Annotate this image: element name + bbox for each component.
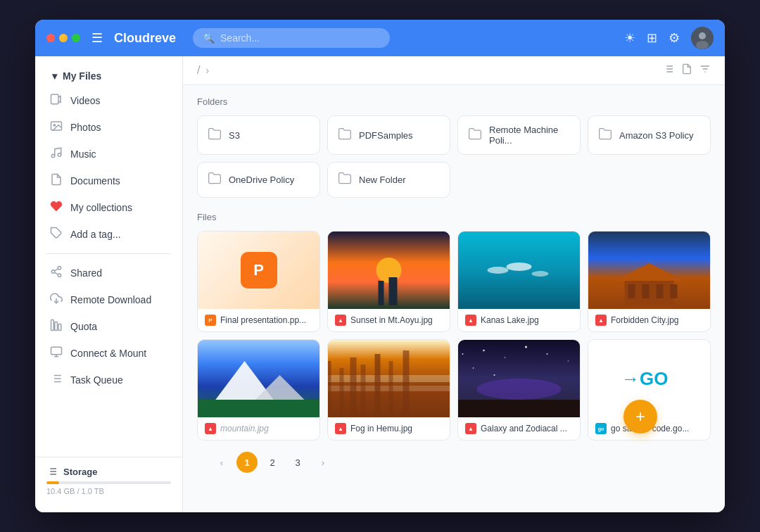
chevron-down-icon: ▾ [52, 70, 57, 82]
details-icon[interactable] [681, 63, 692, 77]
folder-name: S3 [229, 130, 240, 141]
sidebar-item-task-queue[interactable]: Task Queue [41, 367, 177, 393]
theme-icon[interactable]: ☀ [624, 30, 635, 46]
page-1-button[interactable]: 1 [236, 452, 258, 473]
app-window: ☰ Cloudreve 🔍 ☀ ⊞ ⚙ ▾ M [35, 20, 725, 512]
titlebar: ☰ Cloudreve 🔍 ☀ ⊞ ⚙ [35, 20, 725, 56]
svg-point-5 [53, 125, 55, 126]
folder-item[interactable]: OneDrive Policy [197, 162, 320, 198]
sidebar-label-documents: Documents [70, 175, 120, 186]
svg-line-13 [54, 269, 58, 271]
file-card-kanas[interactable]: ▲ Kanas Lake.jpg [457, 231, 581, 332]
folders-section-title: Folders [197, 96, 711, 107]
storage-bar [46, 481, 171, 484]
heart-icon [49, 200, 63, 215]
file-card-ppt[interactable]: P P Final presentation.pp... [197, 231, 320, 332]
svg-rect-57 [198, 400, 319, 417]
sidebar-storage: Storage 10.4 GB / 1.0 TB [35, 457, 182, 504]
sidebar-item-shared[interactable]: Shared [41, 260, 177, 286]
file-info: ▲ Sunset in Mt.Aoyu.jpg [328, 309, 450, 331]
svg-point-76 [473, 367, 474, 369]
sidebar-item-collections[interactable]: My collections [41, 194, 177, 221]
file-card-galaxy[interactable]: ▲ Galaxy and Zodiacal ... [457, 339, 581, 441]
file-badge-img: ▲ [465, 315, 476, 326]
my-files-header[interactable]: ▾ My Files [41, 65, 177, 87]
file-name: Galaxy and Zodiacal ... [481, 424, 567, 433]
file-card-fog[interactable]: ▲ Fog in Hemu.jpg [327, 339, 450, 441]
file-card-sunset[interactable]: ▲ Sunset in Mt.Aoyu.jpg [327, 231, 450, 332]
svg-point-45 [532, 271, 549, 277]
search-input[interactable] [220, 32, 380, 44]
files-section-title: Files [197, 212, 711, 222]
file-name: Sunset in Mt.Aoyu.jpg [350, 315, 433, 325]
list-view-icon[interactable] [663, 63, 674, 77]
sidebar-item-music[interactable]: Music [41, 141, 177, 167]
svg-point-9 [58, 267, 61, 270]
folder-item[interactable]: Amazon S3 Policy [588, 115, 711, 155]
svg-point-70 [483, 350, 484, 351]
monitor-icon [49, 346, 63, 361]
content-area: / › Folders [183, 56, 725, 512]
app-title: Cloudreve [114, 31, 176, 46]
avatar[interactable] [691, 27, 714, 49]
music-icon [49, 146, 63, 162]
sidebar-item-videos[interactable]: Videos [41, 87, 177, 114]
file-name: Fog in Hemu.jpg [350, 424, 412, 433]
share-icon [49, 265, 63, 281]
view-controls [663, 63, 711, 77]
file-thumbnail-ppt: P [198, 232, 319, 309]
folder-name: New Folder [359, 175, 405, 185]
storage-usage-text: 10.4 GB / 1.0 TB [46, 487, 171, 495]
settings-icon[interactable]: ⚙ [669, 30, 680, 46]
svg-point-77 [493, 374, 495, 376]
sidebar-item-photos[interactable]: Photos [41, 114, 177, 141]
file-info: ▲ Galaxy and Zodiacal ... [458, 417, 580, 440]
storage-icon [46, 466, 58, 477]
cloud-download-icon [49, 292, 63, 308]
fullscreen-button[interactable] [72, 34, 80, 42]
folder-icon [338, 171, 352, 189]
folder-item[interactable]: Remote Machine Poli... [457, 115, 581, 155]
quota-icon [49, 319, 63, 334]
fab-add-button[interactable]: + [623, 400, 657, 433]
folder-item[interactable]: PDFSamples [327, 115, 450, 155]
breadcrumb-root[interactable]: / [197, 64, 200, 77]
file-card-forbidden[interactable]: ▲ Forbidden City.jpg [588, 231, 711, 332]
minimize-button[interactable] [59, 34, 68, 42]
sidebar-label-music: Music [70, 148, 96, 160]
grid-icon[interactable]: ⊞ [647, 30, 657, 46]
svg-point-73 [547, 353, 548, 355]
svg-rect-18 [51, 347, 62, 355]
file-info: P Final presentation.pp... [198, 309, 319, 331]
svg-rect-63 [350, 357, 357, 417]
page-2-button[interactable]: 2 [262, 452, 283, 473]
file-card-mountain[interactable]: ▲ mountain.jpg [197, 339, 320, 441]
sidebar-item-connect-mount[interactable]: Connect & Mount [41, 340, 177, 367]
sidebar-item-tags[interactable]: Add a tag... [41, 221, 177, 248]
file-badge-img: ▲ [595, 315, 607, 326]
folder-item[interactable]: S3 [197, 115, 320, 155]
pagination: ‹ 1 2 3 › [197, 441, 711, 479]
sidebar-label-quota: Quota [70, 321, 97, 332]
sidebar-label-videos: Videos [70, 95, 101, 106]
prev-page-button[interactable]: ‹ [211, 452, 232, 473]
file-thumbnail-fog [328, 340, 450, 417]
sidebar-item-quota[interactable]: Quota [41, 313, 177, 340]
ppt-icon: P [241, 252, 277, 289]
file-name: mountain.jpg [220, 424, 269, 433]
close-button[interactable] [46, 34, 55, 42]
breadcrumb-bar: / › [183, 56, 725, 85]
page-3-button[interactable]: 3 [287, 452, 308, 473]
sidebar-item-remote-download[interactable]: Remote Download [41, 286, 177, 313]
svg-rect-64 [361, 365, 366, 417]
sidebar-item-documents[interactable]: Documents [41, 167, 177, 194]
file-info: ▲ Forbidden City.jpg [588, 309, 710, 331]
sort-icon[interactable] [699, 63, 711, 77]
menu-icon[interactable]: ☰ [91, 30, 103, 46]
breadcrumb-forward-icon[interactable]: › [205, 65, 209, 76]
main-layout: ▾ My Files Videos Photos [35, 56, 725, 512]
svg-rect-17 [58, 324, 61, 331]
file-badge-img: ▲ [205, 423, 216, 434]
folder-item[interactable]: New Folder [327, 162, 450, 198]
next-page-button[interactable]: › [312, 452, 334, 473]
